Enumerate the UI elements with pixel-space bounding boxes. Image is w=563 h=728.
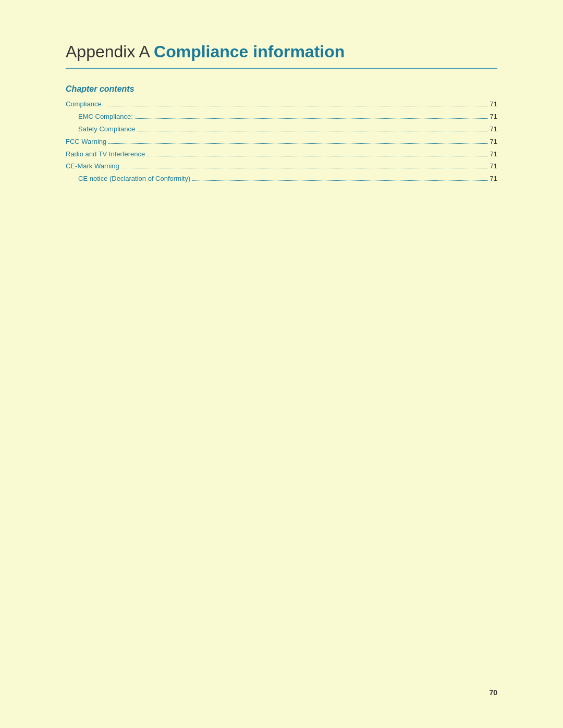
- page-number: 70: [489, 688, 497, 697]
- toc-page: 71: [490, 137, 497, 147]
- toc-item: CE notice (Declaration of Conformity) 71: [66, 174, 497, 184]
- page-container: Appendix A Compliance information Chapte…: [0, 0, 563, 228]
- toc-link-radio-tv[interactable]: Radio and TV Interference: [66, 149, 145, 160]
- toc-item: EMC Compliance: 71: [66, 112, 497, 122]
- chapter-title-prefix: Appendix A: [66, 42, 154, 61]
- toc-container: Compliance 71 EMC Compliance: 71 Safety …: [66, 99, 497, 184]
- toc-link-ce-notice[interactable]: CE notice (Declaration of Conformity): [78, 174, 190, 184]
- toc-dots: [137, 131, 487, 131]
- toc-dots: [121, 168, 488, 168]
- toc-item: Safety Compliance 71: [66, 124, 497, 135]
- toc-item: FCC Warning 71: [66, 137, 497, 147]
- toc-item: CE-Mark Warning 71: [66, 161, 497, 172]
- toc-link-safety[interactable]: Safety Compliance: [78, 124, 135, 135]
- toc-page: 71: [490, 161, 497, 172]
- toc-dots: [104, 106, 488, 106]
- toc-page: 71: [490, 124, 497, 135]
- toc-section: Chapter contents Compliance 71 EMC Compl…: [66, 84, 497, 184]
- chapter-header: Appendix A Compliance information: [66, 42, 497, 69]
- toc-dots: [135, 118, 488, 119]
- toc-link-ce-mark[interactable]: CE-Mark Warning: [66, 161, 119, 172]
- toc-dots: [192, 180, 487, 181]
- toc-link-emc[interactable]: EMC Compliance:: [78, 112, 133, 122]
- toc-page: 71: [490, 99, 497, 110]
- toc-link-fcc[interactable]: FCC Warning: [66, 137, 106, 147]
- chapter-title: Appendix A Compliance information: [66, 42, 497, 61]
- toc-dots: [108, 143, 487, 144]
- toc-dots: [147, 156, 487, 156]
- toc-page: 71: [490, 149, 497, 160]
- chapter-title-bold: Compliance information: [154, 42, 345, 61]
- toc-item: Compliance 71: [66, 99, 497, 110]
- toc-link-compliance[interactable]: Compliance: [66, 99, 102, 110]
- chapter-contents-heading: Chapter contents: [66, 84, 497, 94]
- toc-page: 71: [490, 174, 497, 184]
- toc-item: Radio and TV Interference 71: [66, 149, 497, 160]
- toc-page: 71: [490, 112, 497, 122]
